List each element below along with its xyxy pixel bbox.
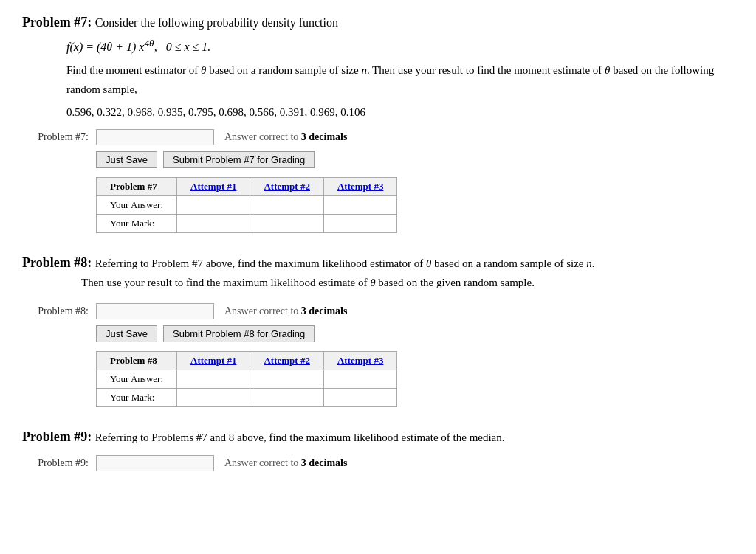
- problem-7-table-col0: Problem #7: [97, 178, 177, 196]
- problem-8-description: Then use your result to find the maximum…: [81, 274, 734, 293]
- problem-7-attempt1-answer: [177, 196, 250, 215]
- problem-8-attempt1-header[interactable]: Attempt #1: [177, 351, 250, 370]
- problem-7-answer-label: Problem #7:: [22, 131, 96, 143]
- problem-8-your-answer-label: Your Answer:: [97, 370, 177, 388]
- problem-9-number: Problem #9:: [22, 429, 92, 444]
- problem-7-button-row: Just Save Submit Problem #7 for Grading: [96, 151, 734, 168]
- problem-8-attempt3-mark: [323, 388, 396, 406]
- problem-9-answer-label: Problem #9:: [22, 457, 96, 469]
- problem-7-sample: 0.596, 0.322, 0.968, 0.935, 0.795, 0.698…: [66, 106, 734, 119]
- problem-8-attempt2-mark: [250, 388, 323, 406]
- problem-8-attempt3-header[interactable]: Attempt #3: [323, 351, 396, 370]
- problem-8-your-mark-label: Your Mark:: [97, 388, 177, 406]
- problem-7-number: Problem #7:: [22, 15, 92, 30]
- problem-8-number: Problem #8:: [22, 255, 92, 270]
- problem-7-attempt3-header[interactable]: Attempt #3: [323, 178, 396, 196]
- problem-7-answer-row: Problem #7: Answer correct to 3 decimals: [22, 129, 734, 145]
- problem-8-table-col0: Problem #8: [97, 351, 177, 370]
- problem-9-answer-row: Problem #9: Answer correct to 3 decimals: [22, 455, 734, 471]
- problem-7-attempt2-answer: [250, 196, 323, 215]
- problem-7-description: Find the moment estimator of θ based on …: [66, 61, 734, 99]
- problem-8-section: Problem #8: Referring to Problem #7 abov…: [22, 255, 734, 407]
- problem-8-intro: Referring to Problem #7 above, find the …: [95, 257, 595, 269]
- problem-7-your-mark-label: Your Mark:: [97, 215, 177, 233]
- problem-8-attempt2-header[interactable]: Attempt #2: [250, 351, 323, 370]
- problem-9-title: Problem #9: Referring to Problems #7 and…: [22, 429, 734, 445]
- problem-8-just-save-button[interactable]: Just Save: [96, 325, 157, 342]
- problem-9-answer-hint: Answer correct to 3 decimals: [224, 457, 347, 469]
- problem-7-attempt3-mark: [323, 215, 396, 233]
- problem-7-formula: f(x) = (4θ + 1) x4θ, 0 ≤ x ≤ 1.: [66, 38, 734, 54]
- problem-7-attempts-table: Problem #7 Attempt #1 Attempt #2 Attempt…: [96, 177, 397, 233]
- problem-8-button-row: Just Save Submit Problem #8 for Grading: [96, 325, 734, 342]
- problem-7-attempt3-answer: [323, 196, 396, 215]
- problem-7-attempt1-header[interactable]: Attempt #1: [177, 178, 250, 196]
- problem-9-section: Problem #9: Referring to Problems #7 and…: [22, 429, 734, 471]
- problem-8-answer-row: Problem #8: Answer correct to 3 decimals: [22, 303, 734, 319]
- problem-8-attempt2-answer: [250, 370, 323, 388]
- problem-7-your-answer-label: Your Answer:: [97, 196, 177, 215]
- problem-8-attempt1-answer: [177, 370, 250, 388]
- problem-7-submit-button[interactable]: Submit Problem #7 for Grading: [163, 151, 315, 168]
- problem-9-intro: Referring to Problems #7 and 8 above, fi…: [95, 432, 505, 443]
- problem-7-section: Problem #7: Consider the following proba…: [22, 15, 734, 233]
- problem-8-attempt3-answer: [323, 370, 396, 388]
- problem-9-answer-input[interactable]: [96, 455, 214, 471]
- problem-7-attempt2-mark: [250, 215, 323, 233]
- problem-7-title: Problem #7: Consider the following proba…: [22, 15, 734, 30]
- problem-8-title: Problem #8: Referring to Problem #7 abov…: [22, 255, 734, 271]
- problem-7-answer-hint: Answer correct to 3 decimals: [224, 131, 347, 143]
- problem-7-attempt2-header[interactable]: Attempt #2: [250, 178, 323, 196]
- problem-8-answer-label: Problem #8:: [22, 305, 96, 317]
- problem-8-attempt1-mark: [177, 388, 250, 406]
- problem-8-answer-input[interactable]: [96, 303, 214, 319]
- problem-8-attempts-table: Problem #8 Attempt #1 Attempt #2 Attempt…: [96, 351, 397, 407]
- problem-8-submit-button[interactable]: Submit Problem #8 for Grading: [163, 325, 315, 342]
- problem-7-answer-input[interactable]: [96, 129, 214, 145]
- problem-8-answer-hint: Answer correct to 3 decimals: [224, 305, 347, 317]
- problem-7-intro: Consider the following probability densi…: [95, 16, 338, 29]
- problem-7-attempt1-mark: [177, 215, 250, 233]
- problem-7-just-save-button[interactable]: Just Save: [96, 151, 157, 168]
